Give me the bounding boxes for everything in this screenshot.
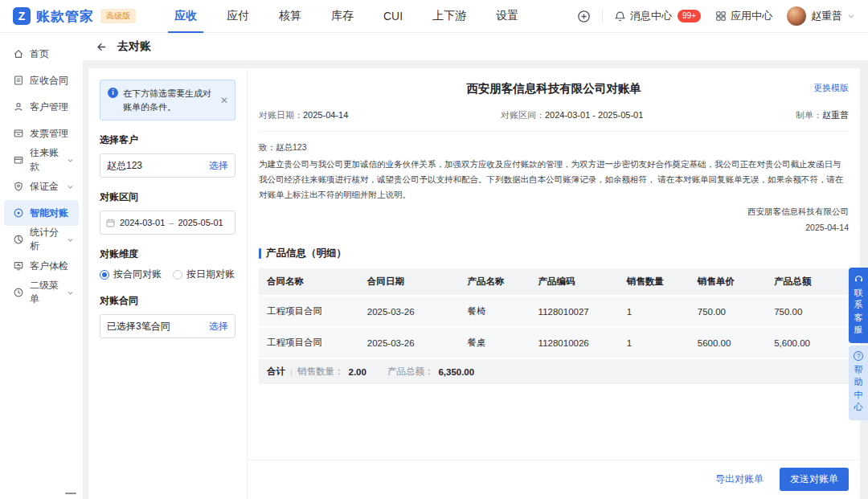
plus-circle-icon[interactable] [577,10,591,23]
sidebar-item-home[interactable]: 首页 [4,41,79,67]
statement-period: 2024-03-01 - 2025-05-01 [545,110,643,120]
table-cell: 2025-03-26 [359,296,460,327]
chevron-down-icon [67,236,74,243]
chevron-down-icon [67,289,74,297]
nav-tab-inventory[interactable]: 库存 [330,0,355,33]
period-label: 对账区间 [100,190,235,204]
sidebar-item-label: 往来账款 [30,146,67,174]
nav-tab-settings[interactable]: 设置 [494,0,520,33]
sidebar-item-secondary-menu[interactable]: 二级菜单 [4,280,79,305]
radio-by-contract[interactable]: 按合同对账 [100,268,162,281]
radio-label: 按日期对账 [186,268,235,281]
nav-tab-cui[interactable]: CUI [382,0,404,33]
contract-select-link[interactable]: 选择 [209,320,228,333]
clock-icon [13,287,24,298]
radio-label: 按合同对账 [113,268,162,281]
user-menu[interactable]: 赵重普 [787,6,855,26]
table-cell: 1 [619,327,690,358]
statement-date-label: 对账日期： [259,110,303,120]
table-header-cell: 销售单价 [690,268,766,296]
app-center-button[interactable]: 应用中心 [715,9,772,23]
period-start-value: 2024-03-01 [120,218,165,227]
dimension-label: 对账维度 [100,247,235,261]
deposit-shield-icon [13,181,24,192]
statement-title: 西安朋客信息科技有限公司对账单 [259,81,849,96]
sidebar-item-customer-checkup[interactable]: 客户体检 [4,253,79,279]
help-center-label: 帮助中心 [854,364,863,414]
table-cell: 1128010026 [530,327,619,358]
footer-divider: | [290,367,293,377]
calendar-icon [105,218,116,228]
table-cell: 5600.00 [690,327,766,358]
table-footer-cell: 合计 | 销售数量： 2.00 产品总额： 6,350.00 [259,358,849,384]
statement-panel: 西安朋客信息科技有限公司对账单 更换模版 对账日期：2025-04-14 对账区… [248,68,860,499]
sidebar-item-deposit[interactable]: 保证金 [4,174,79,199]
table-header-cell: 销售数量 [619,268,690,296]
total-amount-label: 产品总额： [387,366,434,378]
radio-by-date[interactable]: 按日期对账 [173,268,235,281]
help-center-button[interactable]: ? 帮助中心 [849,346,868,420]
table-cell: 1 [619,296,690,327]
total-amount-value: 6,350.00 [438,367,474,377]
total-qty-value: 2.00 [349,367,366,377]
filter-panel: i 在下方筛选需要生成对账单的条件。 ✕ 选择客户 赵总123 选择 对账区间 … [88,68,248,499]
close-icon[interactable]: ✕ [220,96,228,105]
sidebar-item-label: 保证金 [30,180,59,194]
table-cell: 工程项目合同 [259,327,359,358]
sidebar-item-label: 二级菜单 [30,279,67,306]
customer-input[interactable]: 赵总123 选择 [100,153,235,178]
period-end-value: 2025-05-01 [178,218,223,227]
dimension-radio-group: 按合同对账 按日期对账 [100,268,235,281]
stats-pie-icon [13,234,24,245]
nav-tab-supply-chain[interactable]: 上下游 [431,0,468,33]
letter-salutation: 致：赵总123 [259,140,849,155]
main-card: i 在下方筛选需要生成对账单的条件。 ✕ 选择客户 赵总123 选择 对账区间 … [88,68,860,499]
plan-badge: 高级版 [100,9,136,23]
sidebar-item-smart-reconciliation[interactable]: 智能对账 [4,200,79,226]
customer-select-link[interactable]: 选择 [209,159,228,173]
table-row: 工程项目合同 2025-03-26 餐桌 1128010026 1 5600.0… [259,327,849,358]
nav-tab-receivable[interactable]: 应收 [173,0,199,33]
nav-divider [602,10,603,22]
user-name: 赵重普 [811,9,842,23]
period-range-input[interactable]: 2024-03-01 – 2025-05-01 [100,211,235,235]
statement-action-bar: 导出对账单 发送对账单 [248,460,860,499]
accounts-icon [13,154,24,166]
send-statement-button[interactable]: 发送对账单 [780,468,849,491]
export-statement-button[interactable]: 导出对账单 [715,472,764,486]
checkup-monitor-icon [13,260,24,272]
contact-support-label: 联系客服 [854,287,863,337]
customer-icon [13,101,24,112]
sidebar-collapse-handle[interactable] [65,493,76,494]
letter-body: 为建立贵公司与我公司更加诚信的业务伙伴关系，加强双方应收及应付账款的管理，为双方… [259,157,849,202]
bell-icon [614,10,626,22]
info-icon: i [108,88,118,98]
sidebar-item-customer-mgmt[interactable]: 客户管理 [4,94,79,120]
sidebar-item-invoice-mgmt[interactable]: 发票管理 [4,121,79,146]
info-alert: i 在下方筛选需要生成对账单的条件。 ✕ [100,80,235,121]
statement-date: 2025-04-14 [303,110,348,120]
change-template-link[interactable]: 更换模版 [813,82,849,94]
table-cell: 餐桌 [460,327,530,358]
back-arrow-icon[interactable] [96,41,108,53]
sidebar-item-label: 统计分析 [30,226,67,253]
sidebar-item-label: 客户管理 [30,100,68,114]
contract-input[interactable]: 已选择3笔合同 选择 [100,314,235,338]
sidebar-item-receivable-contract[interactable]: 应收合同 [4,67,79,93]
app-root: Z 账款管家 高级版 应收 应付 核算 库存 CUI 上下游 设置 [0,0,868,499]
contact-support-button[interactable]: 联系客服 [849,268,868,343]
table-header-cell: 产品总额 [766,268,849,296]
message-center-button[interactable]: 消息中心 99+ [614,9,701,23]
invoice-icon [13,128,24,139]
sidebar-item-statistics[interactable]: 统计分析 [4,227,79,252]
customer-label: 选择客户 [100,133,235,147]
table-cell: 750.00 [766,296,849,327]
letter-signature: 西安朋客信息科技有限公司 2025-04-14 [259,204,849,236]
logo-icon: Z [13,7,31,25]
app-title: 账款管家 [36,7,94,26]
sidebar-item-transactions[interactable]: 往来账款 [4,147,79,173]
nav-tab-accounting[interactable]: 核算 [277,0,303,33]
nav-tab-payable[interactable]: 应付 [225,0,251,33]
signature-company: 西安朋客信息科技有限公司 [259,204,849,220]
table-cell: 5,600.00 [766,327,849,358]
